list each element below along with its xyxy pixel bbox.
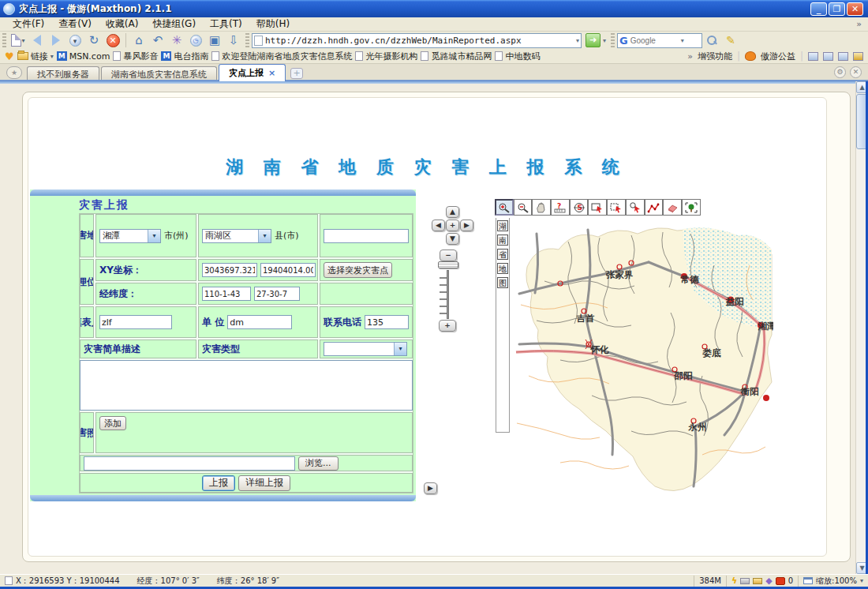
- magic-fill-button[interactable]: ✳: [167, 32, 186, 48]
- favorites-heart-icon[interactable]: ♥: [5, 51, 14, 62]
- strip-char[interactable]: 图: [497, 277, 508, 288]
- county-select[interactable]: 雨湖区▾: [202, 229, 271, 243]
- map-tool-pan[interactable]: [532, 199, 551, 216]
- reporter-input[interactable]: [99, 315, 172, 329]
- link-msn[interactable]: MMSN.com: [57, 51, 110, 62]
- map-tool-zoom-out[interactable]: [514, 199, 533, 216]
- tool-icon-2[interactable]: [823, 52, 833, 61]
- tool-icon-1[interactable]: [808, 52, 818, 61]
- highlight-button[interactable]: ✎: [721, 32, 740, 48]
- tab-hunan-geo-system[interactable]: 湖南省地质灾害信息系统: [101, 66, 217, 81]
- map-tool-select-rect[interactable]: [588, 199, 607, 216]
- y-coordinate-input[interactable]: [260, 263, 316, 277]
- go-button[interactable]: ➜: [586, 33, 600, 47]
- zoom-out-step-button[interactable]: −: [440, 249, 457, 261]
- menu-view[interactable]: 查看(V): [52, 17, 98, 32]
- history-button[interactable]: ◷: [186, 32, 205, 48]
- scroll-up-button[interactable]: ▲: [856, 81, 866, 93]
- page-scrollbar[interactable]: ▲ ▼: [855, 81, 866, 574]
- map-tool-zoom-box[interactable]: [626, 199, 645, 216]
- menu-overflow-chevron[interactable]: »: [856, 19, 862, 29]
- restore-button[interactable]: ❐: [829, 2, 845, 16]
- menu-tools[interactable]: 工具(T): [204, 17, 249, 32]
- forward-button[interactable]: [47, 32, 65, 48]
- tab-server-not-found[interactable]: 找不到服务器: [27, 66, 99, 81]
- tab-close-icon[interactable]: ×: [268, 68, 275, 78]
- scrollbar-thumb[interactable]: [856, 94, 866, 149]
- map-tool-scale[interactable]: S: [570, 199, 589, 216]
- hunan-map[interactable]: 张家界 常德 益阳 吉首 怀化 娄底 邵阳 衡阳 永州 湘潭: [513, 218, 773, 499]
- longitude-input[interactable]: [202, 287, 251, 301]
- search-dropdown-arrow[interactable]: ▾: [681, 37, 684, 44]
- plugin-icon[interactable]: ◆: [765, 576, 772, 586]
- unit-input[interactable]: [227, 315, 292, 329]
- map-tool-full-extent[interactable]: [682, 199, 701, 216]
- tab-disaster-report[interactable]: 灾点上报 ×: [219, 64, 286, 81]
- link-radio[interactable]: M电台指南: [161, 51, 208, 62]
- url-input[interactable]: [265, 36, 574, 46]
- map-tool-eraser[interactable]: [663, 199, 682, 216]
- map-tool-measure[interactable]: ?: [551, 199, 570, 216]
- tabbar-tools-button[interactable]: ⚙: [834, 66, 846, 78]
- map-tool-draw-line[interactable]: [645, 199, 664, 216]
- stop-button[interactable]: ✕: [103, 32, 122, 48]
- zoom-slider-rail[interactable]: [447, 270, 449, 319]
- zoom-slider-handle[interactable]: [438, 261, 458, 268]
- address-detail-input[interactable]: [324, 229, 409, 243]
- link-baofeng[interactable]: 暴风影音: [113, 51, 158, 62]
- minimize-button[interactable]: _: [810, 2, 827, 16]
- tool-icon-4[interactable]: [853, 52, 863, 61]
- strip-char[interactable]: 省: [497, 249, 508, 260]
- select-disaster-point-button[interactable]: 选择突发灾害点: [324, 262, 392, 278]
- browse-button[interactable]: 浏览...: [298, 456, 339, 471]
- tab-star-button[interactable]: ★: [6, 66, 22, 79]
- search-button[interactable]: [702, 32, 721, 48]
- panel-collapse-button[interactable]: ▶: [424, 482, 437, 494]
- description-textarea[interactable]: [80, 360, 413, 411]
- undo-button[interactable]: ↶: [148, 32, 167, 48]
- close-button[interactable]: ✕: [847, 2, 863, 16]
- scroll-down-button[interactable]: ▼: [856, 562, 866, 574]
- link-hunan-geo[interactable]: 欢迎登陆湖南省地质灾害信息系统: [211, 51, 352, 62]
- new-page-button[interactable]: ▾: [9, 32, 28, 48]
- disaster-type-select[interactable]: ▾: [324, 342, 407, 356]
- tabbar-close-button[interactable]: ✕: [850, 66, 862, 78]
- download-button[interactable]: ⇩: [224, 32, 243, 48]
- tool-icon-3[interactable]: [838, 52, 848, 61]
- url-dropdown-arrow[interactable]: ▾: [576, 37, 579, 44]
- menu-favorites[interactable]: 收藏(A): [99, 17, 145, 32]
- menu-file[interactable]: 文件(F): [6, 17, 51, 32]
- detail-submit-button[interactable]: 详细上报: [238, 475, 290, 491]
- zoom-in-step-button[interactable]: +: [439, 320, 456, 332]
- search-box[interactable]: G ▾: [617, 33, 702, 48]
- dropdown-button[interactable]: ▾: [65, 32, 84, 48]
- file-path-input[interactable]: [84, 456, 295, 471]
- map-tool-select-box[interactable]: [607, 199, 626, 216]
- menu-groups[interactable]: 快捷组(G): [146, 17, 202, 32]
- menu-help[interactable]: 帮助(H): [250, 17, 296, 32]
- strip-char[interactable]: 湖: [497, 220, 508, 231]
- pan-right-button[interactable]: ▶: [460, 219, 473, 231]
- x-coordinate-input[interactable]: [202, 263, 257, 277]
- submit-button[interactable]: 上报: [202, 475, 235, 491]
- pan-left-button[interactable]: ◀: [432, 219, 445, 231]
- links-overflow-chevron[interactable]: »: [687, 51, 693, 62]
- add-photo-button[interactable]: 添加: [99, 416, 126, 430]
- latitude-input[interactable]: [254, 287, 300, 301]
- strip-char[interactable]: 地: [497, 263, 508, 274]
- new-tab-button[interactable]: +: [290, 68, 303, 79]
- map-tool-zoom-in[interactable]: [495, 199, 514, 216]
- city-select[interactable]: 湘潭▾: [99, 229, 161, 243]
- go-dropdown-arrow[interactable]: ▾: [603, 37, 606, 44]
- link-zhongdi[interactable]: 中地数码: [495, 51, 540, 62]
- zoom-dropdown-arrow[interactable]: ▾: [860, 577, 863, 584]
- pan-center-button[interactable]: +: [446, 219, 459, 231]
- lightning-icon[interactable]: ϟ: [731, 576, 737, 586]
- phone-input[interactable]: [365, 315, 409, 329]
- folder-icon[interactable]: [753, 578, 762, 584]
- back-button[interactable]: [28, 32, 47, 48]
- zoom-level[interactable]: 缩放:100%: [816, 576, 857, 587]
- link-photo[interactable]: 光年摄影机构: [355, 51, 417, 62]
- link-milu[interactable]: 觅路城市精品网: [421, 51, 492, 62]
- pan-up-button[interactable]: ▲: [446, 206, 459, 218]
